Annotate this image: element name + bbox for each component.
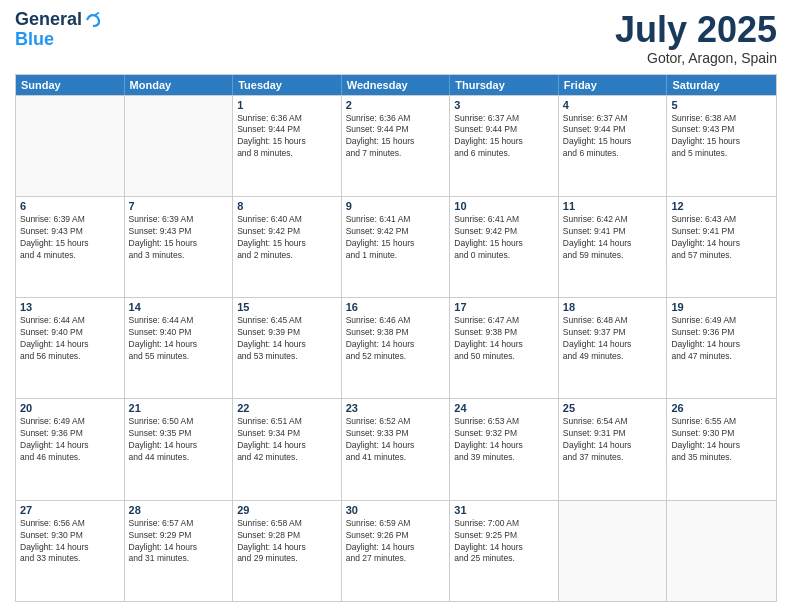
day-number: 31 — [454, 504, 554, 516]
day-number: 5 — [671, 99, 772, 111]
calendar-cell: 13Sunrise: 6:44 AM Sunset: 9:40 PM Dayli… — [16, 298, 125, 398]
calendar-cell: 19Sunrise: 6:49 AM Sunset: 9:36 PM Dayli… — [667, 298, 776, 398]
calendar-cell: 15Sunrise: 6:45 AM Sunset: 9:39 PM Dayli… — [233, 298, 342, 398]
calendar-week-4: 20Sunrise: 6:49 AM Sunset: 9:36 PM Dayli… — [16, 398, 776, 499]
calendar-cell: 20Sunrise: 6:49 AM Sunset: 9:36 PM Dayli… — [16, 399, 125, 499]
day-info: Sunrise: 6:46 AM Sunset: 9:38 PM Dayligh… — [346, 315, 446, 363]
day-number: 11 — [563, 200, 663, 212]
calendar-cell: 12Sunrise: 6:43 AM Sunset: 9:41 PM Dayli… — [667, 197, 776, 297]
day-number: 9 — [346, 200, 446, 212]
header: General Blue July 2025 Gotor, Aragon, Sp… — [15, 10, 777, 66]
day-info: Sunrise: 6:49 AM Sunset: 9:36 PM Dayligh… — [671, 315, 772, 363]
day-info: Sunrise: 6:58 AM Sunset: 9:28 PM Dayligh… — [237, 518, 337, 566]
day-number: 25 — [563, 402, 663, 414]
calendar-cell: 7Sunrise: 6:39 AM Sunset: 9:43 PM Daylig… — [125, 197, 234, 297]
calendar: SundayMondayTuesdayWednesdayThursdayFrid… — [15, 74, 777, 602]
calendar-cell: 23Sunrise: 6:52 AM Sunset: 9:33 PM Dayli… — [342, 399, 451, 499]
day-number: 7 — [129, 200, 229, 212]
day-info: Sunrise: 6:50 AM Sunset: 9:35 PM Dayligh… — [129, 416, 229, 464]
page: General Blue July 2025 Gotor, Aragon, Sp… — [0, 0, 792, 612]
day-info: Sunrise: 6:43 AM Sunset: 9:41 PM Dayligh… — [671, 214, 772, 262]
calendar-cell: 10Sunrise: 6:41 AM Sunset: 9:42 PM Dayli… — [450, 197, 559, 297]
calendar-cell: 28Sunrise: 6:57 AM Sunset: 9:29 PM Dayli… — [125, 501, 234, 601]
day-info: Sunrise: 6:37 AM Sunset: 9:44 PM Dayligh… — [454, 113, 554, 161]
calendar-week-5: 27Sunrise: 6:56 AM Sunset: 9:30 PM Dayli… — [16, 500, 776, 601]
day-number: 26 — [671, 402, 772, 414]
weekday-header-wednesday: Wednesday — [342, 75, 451, 95]
logo-text-general: General — [15, 10, 82, 30]
calendar-cell — [125, 96, 234, 196]
day-number: 6 — [20, 200, 120, 212]
calendar-week-1: 1Sunrise: 6:36 AM Sunset: 9:44 PM Daylig… — [16, 95, 776, 196]
calendar-cell — [16, 96, 125, 196]
day-number: 12 — [671, 200, 772, 212]
day-number: 3 — [454, 99, 554, 111]
calendar-cell: 1Sunrise: 6:36 AM Sunset: 9:44 PM Daylig… — [233, 96, 342, 196]
day-info: Sunrise: 6:44 AM Sunset: 9:40 PM Dayligh… — [129, 315, 229, 363]
day-info: Sunrise: 6:52 AM Sunset: 9:33 PM Dayligh… — [346, 416, 446, 464]
weekday-header-thursday: Thursday — [450, 75, 559, 95]
logo-text-blue: Blue — [15, 30, 102, 50]
calendar-cell: 9Sunrise: 6:41 AM Sunset: 9:42 PM Daylig… — [342, 197, 451, 297]
calendar-body: 1Sunrise: 6:36 AM Sunset: 9:44 PM Daylig… — [16, 95, 776, 601]
day-info: Sunrise: 6:48 AM Sunset: 9:37 PM Dayligh… — [563, 315, 663, 363]
day-number: 29 — [237, 504, 337, 516]
weekday-header-monday: Monday — [125, 75, 234, 95]
weekday-header-tuesday: Tuesday — [233, 75, 342, 95]
calendar-cell: 25Sunrise: 6:54 AM Sunset: 9:31 PM Dayli… — [559, 399, 668, 499]
calendar-cell: 26Sunrise: 6:55 AM Sunset: 9:30 PM Dayli… — [667, 399, 776, 499]
logo-icon — [84, 11, 102, 29]
calendar-cell: 31Sunrise: 7:00 AM Sunset: 9:25 PM Dayli… — [450, 501, 559, 601]
day-info: Sunrise: 6:57 AM Sunset: 9:29 PM Dayligh… — [129, 518, 229, 566]
day-number: 21 — [129, 402, 229, 414]
day-info: Sunrise: 6:41 AM Sunset: 9:42 PM Dayligh… — [454, 214, 554, 262]
day-number: 22 — [237, 402, 337, 414]
calendar-cell: 18Sunrise: 6:48 AM Sunset: 9:37 PM Dayli… — [559, 298, 668, 398]
calendar-cell: 14Sunrise: 6:44 AM Sunset: 9:40 PM Dayli… — [125, 298, 234, 398]
day-info: Sunrise: 6:38 AM Sunset: 9:43 PM Dayligh… — [671, 113, 772, 161]
day-number: 8 — [237, 200, 337, 212]
day-number: 27 — [20, 504, 120, 516]
day-info: Sunrise: 6:55 AM Sunset: 9:30 PM Dayligh… — [671, 416, 772, 464]
day-info: Sunrise: 6:59 AM Sunset: 9:26 PM Dayligh… — [346, 518, 446, 566]
day-info: Sunrise: 6:37 AM Sunset: 9:44 PM Dayligh… — [563, 113, 663, 161]
calendar-cell: 29Sunrise: 6:58 AM Sunset: 9:28 PM Dayli… — [233, 501, 342, 601]
day-number: 16 — [346, 301, 446, 313]
calendar-header: SundayMondayTuesdayWednesdayThursdayFrid… — [16, 75, 776, 95]
calendar-week-3: 13Sunrise: 6:44 AM Sunset: 9:40 PM Dayli… — [16, 297, 776, 398]
weekday-header-saturday: Saturday — [667, 75, 776, 95]
day-info: Sunrise: 6:56 AM Sunset: 9:30 PM Dayligh… — [20, 518, 120, 566]
calendar-cell — [559, 501, 668, 601]
weekday-header-sunday: Sunday — [16, 75, 125, 95]
day-number: 13 — [20, 301, 120, 313]
calendar-cell: 3Sunrise: 6:37 AM Sunset: 9:44 PM Daylig… — [450, 96, 559, 196]
logo: General Blue — [15, 10, 102, 50]
title-block: July 2025 Gotor, Aragon, Spain — [615, 10, 777, 66]
day-info: Sunrise: 7:00 AM Sunset: 9:25 PM Dayligh… — [454, 518, 554, 566]
calendar-cell: 30Sunrise: 6:59 AM Sunset: 9:26 PM Dayli… — [342, 501, 451, 601]
calendar-cell: 24Sunrise: 6:53 AM Sunset: 9:32 PM Dayli… — [450, 399, 559, 499]
calendar-cell: 17Sunrise: 6:47 AM Sunset: 9:38 PM Dayli… — [450, 298, 559, 398]
calendar-cell: 6Sunrise: 6:39 AM Sunset: 9:43 PM Daylig… — [16, 197, 125, 297]
day-number: 4 — [563, 99, 663, 111]
day-number: 14 — [129, 301, 229, 313]
calendar-cell — [667, 501, 776, 601]
day-number: 1 — [237, 99, 337, 111]
weekday-header-friday: Friday — [559, 75, 668, 95]
month-title: July 2025 — [615, 10, 777, 50]
calendar-cell: 11Sunrise: 6:42 AM Sunset: 9:41 PM Dayli… — [559, 197, 668, 297]
calendar-cell: 8Sunrise: 6:40 AM Sunset: 9:42 PM Daylig… — [233, 197, 342, 297]
day-number: 23 — [346, 402, 446, 414]
calendar-cell: 16Sunrise: 6:46 AM Sunset: 9:38 PM Dayli… — [342, 298, 451, 398]
day-info: Sunrise: 6:36 AM Sunset: 9:44 PM Dayligh… — [346, 113, 446, 161]
day-info: Sunrise: 6:41 AM Sunset: 9:42 PM Dayligh… — [346, 214, 446, 262]
day-number: 15 — [237, 301, 337, 313]
calendar-cell: 22Sunrise: 6:51 AM Sunset: 9:34 PM Dayli… — [233, 399, 342, 499]
calendar-cell: 2Sunrise: 6:36 AM Sunset: 9:44 PM Daylig… — [342, 96, 451, 196]
day-info: Sunrise: 6:42 AM Sunset: 9:41 PM Dayligh… — [563, 214, 663, 262]
day-number: 10 — [454, 200, 554, 212]
day-info: Sunrise: 6:47 AM Sunset: 9:38 PM Dayligh… — [454, 315, 554, 363]
calendar-cell: 21Sunrise: 6:50 AM Sunset: 9:35 PM Dayli… — [125, 399, 234, 499]
day-info: Sunrise: 6:36 AM Sunset: 9:44 PM Dayligh… — [237, 113, 337, 161]
day-info: Sunrise: 6:40 AM Sunset: 9:42 PM Dayligh… — [237, 214, 337, 262]
